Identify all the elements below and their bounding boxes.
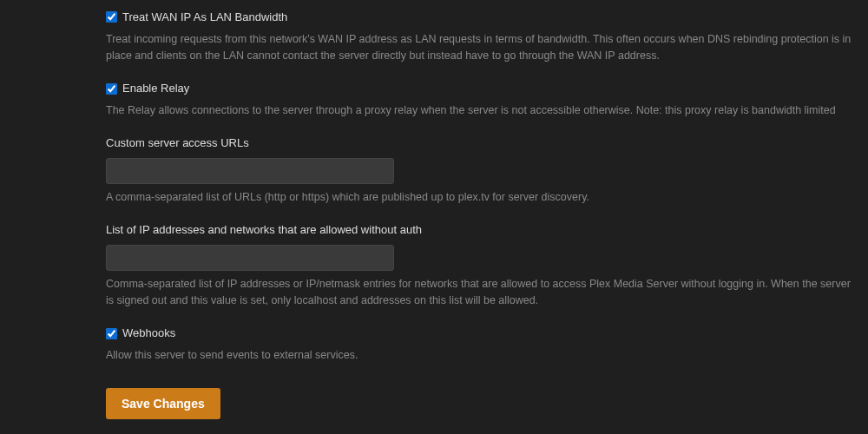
- setting-wan-ip: Treat WAN IP As LAN Bandwidth Treat inco…: [106, 9, 852, 64]
- wan-ip-checkbox[interactable]: [106, 11, 117, 23]
- save-changes-button[interactable]: Save Changes: [106, 388, 220, 419]
- allowed-ips-description: Comma-separated list of IP addresses or …: [106, 276, 852, 310]
- custom-urls-label: Custom server access URLs: [106, 135, 852, 152]
- custom-urls-description: A comma-separated list of URLs (http or …: [106, 189, 852, 206]
- setting-relay: Enable Relay The Relay allows connection…: [106, 80, 852, 119]
- setting-custom-urls: Custom server access URLs A comma-separa…: [106, 135, 852, 206]
- relay-description: The Relay allows connections to the serv…: [106, 102, 852, 119]
- setting-allowed-ips: List of IP addresses and networks that a…: [106, 221, 852, 309]
- allowed-ips-input[interactable]: [106, 245, 394, 271]
- webhooks-description: Allow this server to send events to exte…: [106, 347, 852, 364]
- wan-ip-description: Treat incoming requests from this networ…: [106, 31, 852, 65]
- webhooks-label[interactable]: Webhooks: [122, 325, 175, 342]
- relay-checkbox[interactable]: [106, 83, 117, 95]
- custom-urls-input[interactable]: [106, 158, 394, 184]
- wan-ip-label[interactable]: Treat WAN IP As LAN Bandwidth: [122, 9, 287, 26]
- allowed-ips-label: List of IP addresses and networks that a…: [106, 221, 852, 239]
- setting-webhooks: Webhooks Allow this server to send event…: [106, 325, 852, 364]
- relay-label[interactable]: Enable Relay: [122, 80, 189, 97]
- webhooks-checkbox[interactable]: [106, 328, 117, 339]
